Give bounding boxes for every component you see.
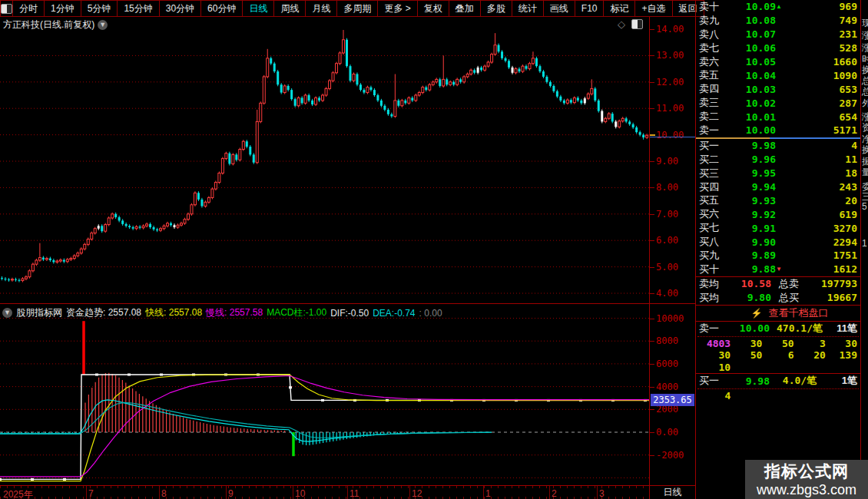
toolbar-item-更多 >[interactable]: 更多 >: [377, 0, 417, 17]
toolbar-item-分时[interactable]: 分时: [12, 0, 45, 17]
sell-level-row[interactable]: 卖五10.041090: [696, 68, 860, 82]
candle: [411, 96, 413, 102]
candle: [135, 225, 137, 230]
price-tick: [650, 55, 654, 56]
candle: [591, 79, 593, 95]
candle: [449, 81, 452, 87]
diamond-tool-icon[interactable]: ◇: [618, 18, 625, 30]
main-candlestick-chart[interactable]: 方正科技(日线.前复权) ▼ ◇: [0, 17, 649, 303]
level-label: 卖三: [699, 96, 731, 110]
buy-level-row[interactable]: 买一9.984: [696, 139, 860, 153]
toolbar-item-月线[interactable]: 月线: [305, 0, 337, 17]
toolbar-item-日线[interactable]: 日线: [242, 0, 274, 17]
candle: [580, 99, 582, 105]
toolbar-item-周线[interactable]: 周线: [273, 0, 306, 17]
toolbar-item-5分钟[interactable]: 5分钟: [81, 0, 118, 17]
buy-level-row[interactable]: 买九9.891751: [696, 249, 860, 263]
sell-level-row[interactable]: 卖九10.08749: [696, 14, 860, 28]
candle: [418, 91, 420, 97]
candle: [63, 259, 65, 263]
level-price: 10.03: [731, 84, 776, 95]
line-marker: [128, 374, 131, 376]
toolbar-item-15分钟[interactable]: 15分钟: [117, 0, 159, 17]
avg-price: 9.80: [731, 292, 771, 303]
dotted-separator: [697, 388, 859, 389]
level-volume: 969: [784, 1, 857, 12]
sell-level-row[interactable]: 卖十10.09▲969: [696, 0, 860, 14]
candle: [253, 153, 255, 164]
sell-level-row[interactable]: 卖八10.07231: [696, 28, 860, 41]
candle: [59, 259, 61, 263]
candle: [232, 153, 234, 165]
candle: [498, 44, 500, 54]
candle: [22, 277, 24, 283]
toolbar-item-+自选[interactable]: +自选: [634, 0, 672, 17]
toolbar-item-统计[interactable]: 统计: [512, 0, 544, 17]
candle: [525, 64, 527, 71]
watermark: 指标公式网 www.zbgs3.com: [745, 460, 868, 499]
candle: [200, 198, 203, 208]
candle: [170, 222, 172, 227]
buy-level-row[interactable]: 买八9.902294: [696, 235, 860, 249]
sell-level-row[interactable]: 卖一10.005171: [696, 124, 860, 137]
layout-toggle-button[interactable]: [0, 0, 13, 17]
candle: [598, 99, 600, 113]
candle: [125, 223, 128, 228]
buy-level-row[interactable]: 买五9.9320: [696, 193, 860, 207]
sell-average-row: 卖均10.58总卖197793: [696, 277, 860, 291]
sell-level-row[interactable]: 卖六10.051660: [696, 55, 860, 69]
sell-level-row[interactable]: 卖四10.03653: [696, 82, 860, 96]
deep-quote-link[interactable]: ⚡ 查看千档盘口: [696, 306, 860, 322]
buy-level-row[interactable]: 买三9.9518: [696, 167, 860, 180]
candle: [556, 90, 558, 98]
tick-per-order: 470.1/笔: [770, 322, 830, 335]
candle: [77, 252, 79, 258]
candle: [329, 79, 331, 90]
sell-level-row[interactable]: 卖二10.01654: [696, 110, 860, 124]
month-divider: [347, 486, 348, 499]
buy-level-row[interactable]: 买十9.88▼1612: [696, 263, 860, 276]
candlestick-plot: [0, 17, 649, 303]
candle: [394, 74, 396, 117]
toolbar-item-复权[interactable]: 复权: [417, 0, 449, 17]
split-pane-icon[interactable]: [631, 19, 643, 29]
toolbar-item-画线[interactable]: 画线: [543, 0, 575, 17]
sell-level-row[interactable]: 卖七10.06528: [696, 41, 860, 55]
candle: [463, 75, 465, 84]
candle: [160, 227, 162, 233]
level-price: 9.89: [731, 250, 776, 261]
level-price: 10.08: [731, 15, 776, 26]
toolbar-item-1分钟[interactable]: 1分钟: [44, 0, 81, 17]
toolbar-item-标记[interactable]: 标记: [603, 0, 635, 17]
tick-cell: [794, 390, 826, 402]
candle: [177, 223, 179, 229]
buy-level-row[interactable]: 买六9.92619: [696, 207, 860, 221]
period-box[interactable]: 日线: [649, 485, 695, 499]
toolbar-item-60分钟[interactable]: 60分钟: [200, 0, 243, 17]
level-price: 9.88: [731, 263, 776, 275]
buy-level-row[interactable]: 买七9.913270: [696, 221, 860, 235]
toolbar-item-F10[interactable]: F10: [575, 0, 605, 17]
buy-level-row[interactable]: 买四9.94243: [696, 180, 860, 194]
candle: [473, 68, 475, 74]
order-book-panel: 卖十10.09▲969卖九10.08749卖八10.07231卖七10.0652…: [695, 0, 860, 499]
chevron-down-icon[interactable]: ▼: [98, 20, 108, 30]
candle: [494, 33, 496, 56]
sell-level-row[interactable]: 卖三10.02287: [696, 96, 860, 110]
toolbar-item-多周期[interactable]: 多周期: [336, 0, 378, 17]
indicator-panel[interactable]: ▼ 股朋指标网资金趋势: 2557.08快线: 2557.08慢线: 2557.…: [0, 303, 649, 485]
candle: [515, 68, 517, 74]
level-label: 卖六: [699, 55, 731, 69]
toolbar-item-30分钟[interactable]: 30分钟: [159, 0, 201, 17]
collapse-chevron-icon[interactable]: ▼: [2, 308, 12, 318]
level-volume: 619: [784, 209, 857, 220]
total-label: 总买: [771, 291, 807, 305]
tick-cell: 50: [762, 338, 793, 350]
candle: [542, 70, 545, 78]
candle: [290, 88, 293, 101]
level-volume: 11: [784, 154, 857, 165]
tick-cell: [731, 362, 762, 374]
toolbar-item-叠加[interactable]: 叠加: [449, 0, 481, 17]
buy-level-row[interactable]: 买二9.9611: [696, 153, 860, 167]
toolbar-item-多股[interactable]: 多股: [480, 0, 512, 17]
